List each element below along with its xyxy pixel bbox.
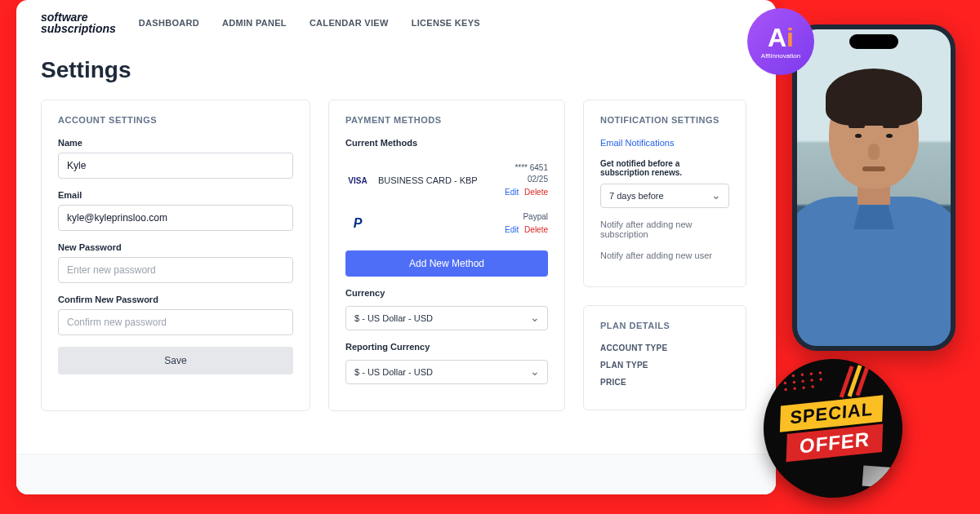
person-photo xyxy=(797,54,951,331)
currency-label: Currency xyxy=(345,288,548,298)
plan-type: PLAN TYPE xyxy=(600,361,729,370)
notify-after-sub: Notify after adding new subscription xyxy=(600,219,729,239)
save-button[interactable]: Save xyxy=(58,347,293,374)
ai-badge-sub: AffiInnovation xyxy=(761,52,800,60)
top-nav: software subscriptions DASHBOARD ADMIN P… xyxy=(16,0,776,46)
notification-settings-card: NOTIFICATION SETTINGS Email Notification… xyxy=(583,100,746,287)
reporting-currency-label: Reporting Currency xyxy=(345,342,548,352)
delete-link[interactable]: Delete xyxy=(524,225,548,234)
special-offer-badge: ● ● ● ● ●● ● ● ● ●● ● ● ● SPECIAL OFFER xyxy=(757,352,910,505)
card-expiry: 02/25 xyxy=(505,174,548,185)
phone-screen xyxy=(797,29,951,346)
main-content: ACCOUNT SETTINGS Name Email New Password… xyxy=(16,100,776,428)
nav-license-keys[interactable]: LICENSE KEYS xyxy=(412,18,480,28)
nav-dashboard[interactable]: DASHBOARD xyxy=(139,18,199,28)
delete-link[interactable]: Delete xyxy=(524,188,548,197)
name-input[interactable] xyxy=(58,153,293,179)
payment-method-details: **** 6451 02/25 Edit Delete xyxy=(505,162,548,198)
email-notifications-link[interactable]: Email Notifications xyxy=(600,138,729,148)
email-label: Email xyxy=(58,190,293,200)
reporting-currency-select[interactable]: $ - US Dollar - USD xyxy=(345,360,548,384)
visa-icon: VISA xyxy=(345,172,370,188)
newpw-label: New Password xyxy=(58,242,293,252)
payment-title: PAYMENT METHODS xyxy=(345,115,548,125)
page-title: Settings xyxy=(16,46,776,100)
confirmpw-label: Confirm New Password xyxy=(58,295,293,304)
phone-notch xyxy=(849,34,898,49)
plan-title: PLAN DETAILS xyxy=(600,321,729,330)
confirm-password-input[interactable] xyxy=(58,309,293,335)
account-title: ACCOUNT SETTINGS xyxy=(58,115,293,125)
edit-link[interactable]: Edit xyxy=(505,225,519,234)
paypal-label: Paypal xyxy=(505,211,548,223)
payment-method-row: VISA BUSINESS CARD - KBP **** 6451 02/25… xyxy=(345,156,548,205)
paypal-icon: P xyxy=(345,215,370,232)
email-input[interactable] xyxy=(58,205,293,231)
ai-badge: Ai AffiInnovation xyxy=(747,8,814,75)
new-password-input[interactable] xyxy=(58,257,293,283)
notif-title: NOTIFICATION SETTINGS xyxy=(600,115,729,125)
payment-method-row: P Paypal Edit Delete xyxy=(345,205,548,242)
payment-methods-card: PAYMENT METHODS Current Methods VISA BUS… xyxy=(328,100,565,411)
current-methods-label: Current Methods xyxy=(345,138,548,148)
name-label: Name xyxy=(58,138,293,148)
nav-calendar-view[interactable]: CALENDAR VIEW xyxy=(310,18,389,28)
add-new-method-button[interactable]: Add New Method xyxy=(345,250,548,277)
payment-method-details: Paypal Edit Delete xyxy=(505,211,548,236)
app-window: software subscriptions DASHBOARD ADMIN P… xyxy=(16,0,776,494)
plan-price: PRICE xyxy=(600,378,729,387)
renew-select[interactable]: 7 days before xyxy=(600,184,729,208)
ai-badge-text: Ai xyxy=(768,24,794,51)
notify-after-user: Notify after adding new user xyxy=(600,250,729,260)
offer-dots-icon: ● ● ● ● ●● ● ● ● ●● ● ● ● xyxy=(782,370,826,393)
logo-line2: subscriptions xyxy=(41,23,116,34)
nav-admin-panel[interactable]: ADMIN PANEL xyxy=(222,18,287,28)
account-settings-card: ACCOUNT SETTINGS Name Email New Password… xyxy=(41,100,310,411)
card-last4: **** 6451 xyxy=(505,162,548,174)
footer-bar xyxy=(16,454,776,494)
phone-mockup xyxy=(792,24,956,351)
renew-label: Get notified before a subscription renew… xyxy=(600,159,729,177)
logo: software subscriptions xyxy=(41,11,116,34)
plan-details-card: PLAN DETAILS ACCOUNT TYPE PLAN TYPE PRIC… xyxy=(583,305,746,410)
plan-account-type: ACCOUNT TYPE xyxy=(600,343,729,352)
payment-method-name: BUSINESS CARD - KBP xyxy=(378,175,497,186)
edit-link[interactable]: Edit xyxy=(505,188,519,197)
currency-select[interactable]: $ - US Dollar - USD xyxy=(345,306,548,330)
offer-stripes-icon xyxy=(843,362,879,398)
sticker-curl-icon xyxy=(862,465,893,487)
